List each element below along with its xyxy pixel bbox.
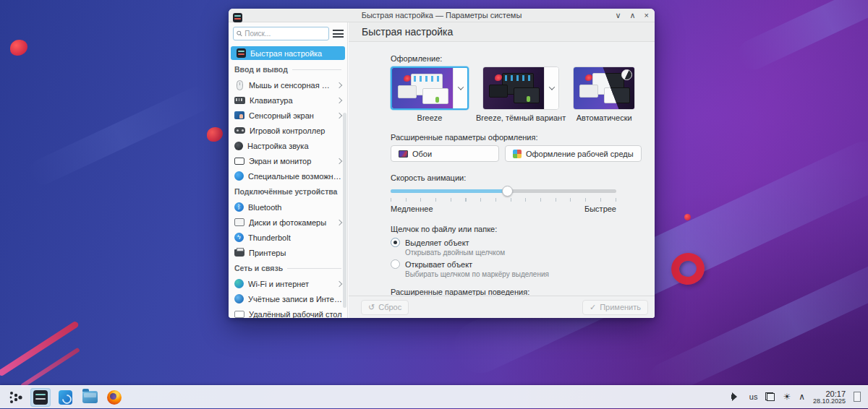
- wallpaper-splash: [10, 40, 27, 56]
- theme-card-breeze[interactable]: [391, 66, 469, 110]
- radio-select-object[interactable]: Выделяет объект: [391, 238, 655, 247]
- wallpaper-streak: [25, 83, 213, 189]
- gamepad-icon: [234, 127, 245, 134]
- sidebar-group-devices: Подключённые устройства: [229, 184, 347, 199]
- firefox-icon: [107, 390, 122, 405]
- sidebar-item-display[interactable]: Экран и монитор: [229, 153, 347, 168]
- titlebar[interactable]: Быстрая настройка — Параметры системы ∨ …: [229, 9, 655, 22]
- accessibility-icon: [234, 171, 244, 181]
- taskbar-firefox[interactable]: [104, 388, 124, 407]
- sidebar-item-online-accounts[interactable]: Учётные записи в Интерне…: [229, 291, 347, 306]
- undo-icon: ↺: [368, 303, 375, 312]
- theme-card-breeze-dark[interactable]: [482, 66, 559, 110]
- clock-date: 28.10.2025: [813, 398, 846, 405]
- menu-icon[interactable]: [333, 30, 344, 38]
- folder-icon: [82, 391, 98, 403]
- window-title: Быстрая настройка — Параметры системы: [229, 11, 655, 20]
- search-icon: [237, 30, 242, 37]
- app-launcher-button[interactable]: [6, 388, 26, 407]
- click-behavior-label: Щелчок по файлу или папке:: [391, 225, 655, 233]
- clipboard-icon[interactable]: [765, 392, 775, 401]
- sidebar-item-printers[interactable]: Принтеры: [229, 245, 347, 260]
- keyboard-layout-indicator[interactable]: us: [749, 392, 758, 401]
- sidebar-item-wifi[interactable]: Wi-Fi и интернет: [229, 276, 347, 291]
- search-box[interactable]: [233, 27, 329, 40]
- minimize-button[interactable]: ∨: [615, 9, 621, 22]
- thunderbolt-icon: ϟ: [234, 233, 244, 242]
- sidebar-item-remote-desktop[interactable]: Удалённый рабочий стол: [229, 306, 347, 318]
- behavior-advanced-label: Расширенные параметры поведения:: [391, 288, 655, 296]
- launcher-icon: [8, 389, 24, 405]
- theme-dropdown-button[interactable]: [544, 67, 558, 109]
- sidebar-item-bluetooth[interactable]: ᛒ Bluetooth: [229, 199, 347, 215]
- sidebar-group-input-output: Ввод и вывод: [229, 61, 347, 77]
- theme-dropdown-button[interactable]: [453, 68, 467, 108]
- wallpaper-icon: [399, 150, 408, 158]
- sound-icon: [234, 142, 243, 150]
- radio-description: Открывать двойным щелчком: [405, 249, 655, 257]
- workspace-theme-button[interactable]: Оформление рабочей среды: [505, 145, 642, 162]
- taskbar-discover[interactable]: [55, 388, 75, 407]
- sidebar-list: Быстрая настройка Ввод и вывод Мышь и се…: [229, 45, 347, 318]
- radio-icon[interactable]: [391, 259, 400, 269]
- apply-button[interactable]: ✓ Применить: [582, 300, 648, 315]
- sidebar-group-network: Сеть и связь: [229, 260, 347, 276]
- sidebar-item-sound[interactable]: Настройка звука: [229, 138, 347, 153]
- animation-speed-slider[interactable]: Медленнее Быстрее: [391, 186, 616, 213]
- wifi-icon: [234, 279, 244, 288]
- show-desktop-button[interactable]: [854, 392, 861, 402]
- taskbar-system-settings[interactable]: [30, 388, 51, 407]
- system-settings-icon: [33, 390, 48, 405]
- wallpaper-splash: [684, 214, 691, 220]
- sidebar-item-keyboard[interactable]: Клавиатура: [229, 92, 347, 108]
- theme-preview-light: [392, 68, 453, 108]
- tray-expand-icon[interactable]: ∧: [799, 392, 805, 402]
- reset-button[interactable]: ↺ Сброс: [361, 300, 409, 315]
- wallpaper-button[interactable]: Обои: [391, 145, 499, 162]
- check-icon: ✓: [590, 303, 596, 312]
- close-button[interactable]: ×: [644, 9, 649, 22]
- sidebar-scrollbar[interactable]: [343, 113, 346, 308]
- theme-caption: Breeze: [417, 113, 443, 122]
- theme-preview-auto: [574, 67, 634, 109]
- online-accounts-icon: [234, 294, 244, 303]
- slider-handle[interactable]: [502, 186, 513, 197]
- search-input[interactable]: [244, 30, 326, 38]
- faster-label: Быстрее: [584, 204, 616, 213]
- keyboard-icon: [234, 97, 245, 104]
- wallpaper-splash: [207, 127, 223, 142]
- page-title: Быстрая настройка: [362, 26, 453, 38]
- chevron-right-icon: [336, 280, 342, 286]
- sidebar-item-accessibility[interactable]: Специальные возможности: [229, 168, 347, 184]
- footer-bar: ↺ Сброс ✓ Применить: [349, 296, 655, 318]
- maximize-button[interactable]: ∧: [630, 9, 636, 22]
- sidebar-item-quick-settings[interactable]: Быстрая настройка: [231, 46, 345, 60]
- drives-icon: [234, 218, 244, 226]
- clock[interactable]: 20:17 28.10.2025: [813, 389, 846, 405]
- chevron-right-icon: [336, 112, 342, 118]
- colors-icon: [513, 150, 522, 158]
- volume-icon[interactable]: [731, 392, 741, 401]
- chevron-right-icon: [336, 97, 342, 103]
- taskbar-file-manager[interactable]: [80, 388, 100, 407]
- taskbar: us ☀ ∧ 20:17 28.10.2025: [0, 385, 868, 408]
- theme-caption: Автоматически: [576, 113, 632, 122]
- radio-open-object[interactable]: Открывает объект: [391, 259, 655, 269]
- bluetooth-icon: ᛒ: [234, 202, 244, 212]
- sidebar-item-disks-cameras[interactable]: Диски и фотокамеры: [229, 215, 347, 230]
- chevron-right-icon: [336, 219, 342, 225]
- chevron-down-icon: [548, 84, 554, 90]
- sidebar-item-game-controller[interactable]: Игровой контроллер: [229, 123, 347, 138]
- quick-settings-icon: [237, 48, 246, 58]
- theme-preview-dark: [483, 67, 544, 109]
- theme-card-auto[interactable]: [573, 66, 635, 110]
- brightness-icon[interactable]: ☀: [783, 392, 791, 402]
- printer-icon: [234, 249, 244, 257]
- sidebar-item-touchscreen[interactable]: Сенсорный экран: [229, 108, 347, 123]
- appearance-label: Оформление:: [391, 54, 655, 63]
- chevron-right-icon: [336, 82, 342, 87]
- sidebar-item-mouse[interactable]: Мышь и сенсорная панель: [229, 77, 347, 92]
- appearance-advanced-label: Расширенные параметры оформления:: [391, 133, 655, 142]
- radio-icon[interactable]: [391, 238, 400, 247]
- sidebar-item-thunderbolt[interactable]: ϟ Thunderbolt: [229, 230, 347, 245]
